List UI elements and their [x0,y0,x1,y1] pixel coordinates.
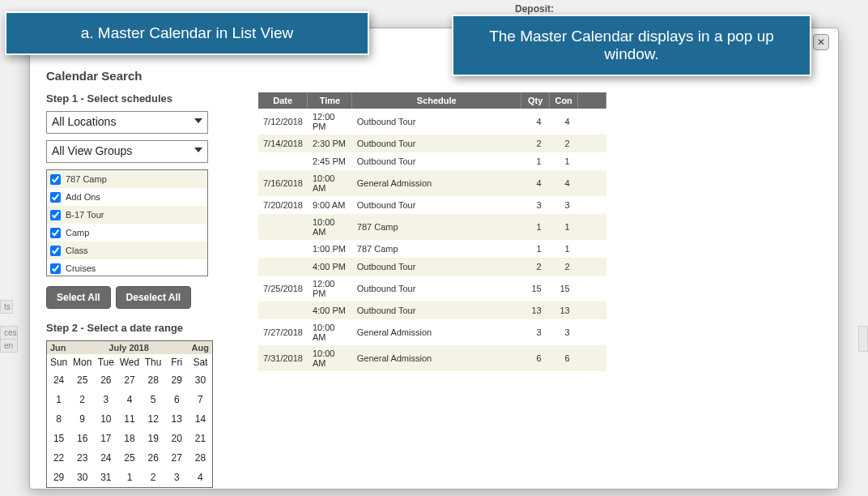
table-row[interactable]: 7/31/201810:00 AMGeneral Admission66 [258,345,606,371]
view-groups-select[interactable]: All View Groups [46,140,208,163]
schedule-checkbox[interactable] [50,174,61,185]
table-cell: 4:00 PM [308,301,352,319]
cal-day[interactable]: 24 [47,370,70,390]
table-cell: 2:45 PM [308,152,352,170]
cal-day[interactable]: 5 [142,390,165,409]
cal-day[interactable]: 16 [70,429,94,448]
cal-day[interactable]: 12 [142,409,165,429]
schedule-option[interactable]: 787 Camp [47,170,207,188]
cal-next-month[interactable]: Aug [192,343,209,353]
table-cell: 12:00 PM [308,109,352,135]
schedule-listbox[interactable]: 787 CampAdd OnsB-17 TourCampClassCruises [46,169,208,276]
cal-day[interactable]: 3 [94,390,117,409]
cal-day[interactable]: 30 [189,370,212,390]
close-button[interactable]: ✕ [813,34,829,50]
cal-day[interactable]: 30 [70,468,94,487]
table-cell: 1 [521,214,550,240]
schedule-option[interactable]: Class [47,242,207,259]
schedule-option[interactable]: Cruises [47,259,207,276]
cal-day[interactable]: 2 [70,390,94,409]
cal-day[interactable]: 18 [117,429,141,448]
schedule-option[interactable]: Camp [47,224,207,242]
table-row[interactable]: 7/27/201810:00 AMGeneral Admission33 [258,319,606,345]
cal-day[interactable]: 19 [142,429,165,448]
table-cell: 787 Camp [352,240,521,258]
schedule-checkbox[interactable] [50,246,61,256]
cal-day[interactable]: 21 [189,429,212,448]
schedule-option[interactable]: Add Ons [47,188,207,206]
cal-day[interactable]: 14 [189,409,212,429]
table-header[interactable]: Con [550,92,578,109]
cal-day[interactable]: 1 [117,468,141,487]
callout-b: The Master Calendar displays in a pop up… [452,15,811,76]
cal-day[interactable]: 4 [189,468,212,487]
cal-day[interactable]: 27 [165,448,189,468]
cal-day[interactable]: 27 [117,370,141,390]
table-cell [578,319,606,345]
table-cell: 7/20/2018 [258,196,308,214]
table-row[interactable]: 7/16/201810:00 AMGeneral Admission44 [258,170,606,196]
deselect-all-button[interactable]: Deselect All [116,286,192,309]
cal-day[interactable]: 11 [117,409,141,429]
locations-select[interactable]: All Locations [46,111,208,134]
cal-day[interactable]: 29 [47,468,70,487]
cal-day[interactable]: 25 [70,370,94,390]
cal-day[interactable]: 1 [47,390,70,409]
cal-prev-month[interactable]: Jun [50,343,66,353]
table-header[interactable]: Date [258,92,308,109]
cal-day[interactable]: 9 [70,409,94,429]
table-cell: 7/14/2018 [258,135,308,152]
table-header[interactable]: Qty [521,92,550,109]
select-all-button[interactable]: Select All [46,286,111,309]
table-cell: 787 Camp [352,214,521,240]
cal-day[interactable]: 23 [70,448,94,468]
cal-day[interactable]: 31 [94,468,117,487]
schedule-checkbox[interactable] [50,228,61,238]
table-row[interactable]: 2:45 PMOutbound Tour11 [258,152,606,170]
table-row[interactable]: 10:00 AM787 Camp11 [258,214,606,240]
chevron-down-icon [194,148,202,152]
cal-day[interactable]: 10 [94,409,117,429]
table-header[interactable]: Schedule [352,92,521,109]
table-cell: 1:00 PM [308,240,352,258]
cal-day[interactable]: 20 [165,429,189,448]
cal-day[interactable]: 25 [117,448,141,468]
table-row[interactable]: 7/25/201812:00 PMOutbound Tour1515 [258,276,606,301]
table-header[interactable]: Time [308,92,352,109]
cal-day[interactable]: 8 [47,409,70,429]
cal-day[interactable]: 24 [94,448,117,468]
cal-day[interactable]: 6 [165,390,189,409]
cal-day[interactable]: 3 [165,468,189,487]
cal-day[interactable]: 4 [117,390,141,409]
table-row[interactable]: 4:00 PMOutbound Tour1313 [258,301,606,319]
schedule-option-label: Class [66,246,88,255]
table-cell: 1 [521,240,550,258]
table-row[interactable]: 7/14/20182:30 PMOutbound Tour22 [258,135,606,152]
table-row[interactable]: 7/20/20189:00 AMOutbound Tour33 [258,196,606,214]
cal-day[interactable]: 22 [47,448,70,468]
cal-day[interactable]: 29 [165,370,189,390]
table-row[interactable]: 1:00 PM787 Camp11 [258,240,606,258]
cal-day[interactable]: 28 [142,370,165,390]
cal-day[interactable]: 7 [189,390,212,409]
cal-day[interactable]: 15 [47,429,70,448]
table-row[interactable]: 7/12/201812:00 PMOutbound Tour44 [258,109,606,135]
cal-day[interactable]: 26 [94,370,117,390]
cal-day[interactable]: 13 [165,409,189,429]
cal-day[interactable]: 2 [142,468,165,487]
callout-a: a. Master Calendar in List View [5,11,369,55]
schedule-checkbox[interactable] [50,263,61,274]
table-cell: General Admission [352,345,521,371]
table-cell [578,196,606,214]
table-row[interactable]: 4:00 PMOutbound Tour22 [258,258,606,276]
schedule-checkbox[interactable] [50,192,61,203]
table-cell: 4 [521,109,550,135]
schedule-option[interactable]: B-17 Tour [47,206,207,224]
cal-day[interactable]: 28 [189,448,212,468]
cal-day[interactable]: 17 [94,429,117,448]
table-cell: 10:00 AM [308,319,352,345]
date-range-calendar[interactable]: Jun July 2018 Aug SunMonTueWedThuFriSat … [46,340,213,488]
cal-day[interactable]: 26 [142,448,165,468]
schedule-option-label: 787 Camp [66,174,107,184]
schedule-checkbox[interactable] [50,210,61,220]
